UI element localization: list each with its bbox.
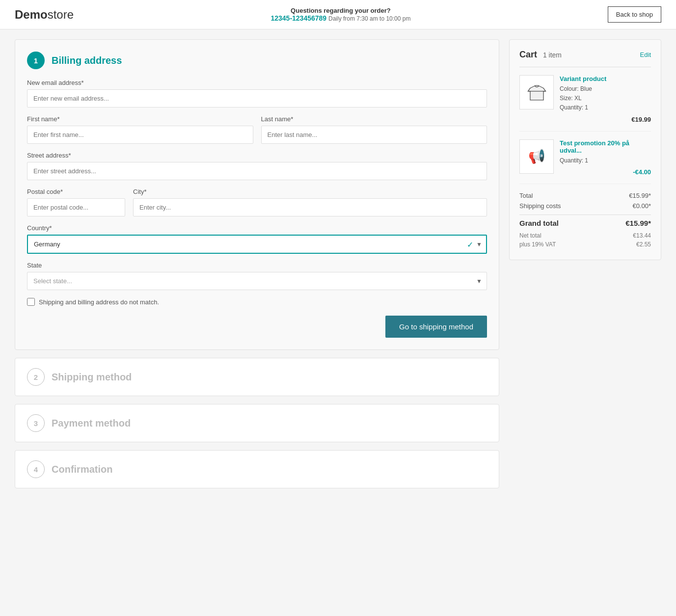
grand-total-label: Grand total [519,219,559,227]
street-group: Street address* [27,152,487,180]
cart-item-quantity: Quantity: 1 [560,103,651,112]
cart-title-group: Cart 1 item [519,50,562,60]
net-total-row: Net total €13.44 [519,232,651,239]
city-label: City* [133,188,487,195]
payment-section-title: Payment method [52,418,131,429]
country-group: Country* Germany Austria Switzerland ✓ ▼ [27,224,487,254]
postal-label: Postal code* [27,188,125,195]
email-input[interactable] [27,89,487,107]
cart-item-size: Size: XL [560,94,651,103]
product-image [519,75,554,109]
state-select-wrapper: Select state... ▼ [27,272,487,290]
total-value: €15.99* [629,192,651,199]
logo-light: store [48,8,74,21]
cart-promo-item: 📢 Test promotion 20% på udval... Quantit… [519,139,651,184]
left-column: 1 Billing address New email address* Fir… [15,39,499,488]
cart-edit-link[interactable]: Edit [640,51,651,58]
contact-title: Questions regarding your order? [270,7,410,14]
contact-hours: Daily from 7:30 am to 10:00 pm [328,15,410,22]
shipping-label: Shipping costs [519,202,561,210]
city-group: City* [133,188,487,216]
shipping-method-section: 2 Shipping method [15,358,499,396]
billing-shipping-checkbox-row: Shipping and billing address do not matc… [27,298,487,306]
step-1-badge: 1 [27,52,45,69]
confirmation-section: 4 Confirmation [15,450,499,488]
cart-promo-name[interactable]: Test promotion 20% på udval... [560,139,651,154]
submit-row: Go to shipping method [27,316,487,338]
cart-item-count: 1 item [543,51,562,59]
payment-method-section: 3 Payment method [15,404,499,442]
confirmation-section-title: Confirmation [52,464,112,475]
contact-phone[interactable]: 12345-123456789 [270,14,326,22]
first-name-label: First name* [27,115,253,123]
country-select-wrapper: Germany Austria Switzerland ✓ ▼ [27,235,487,254]
billing-shipping-checkbox[interactable] [27,298,35,306]
first-name-group: First name* [27,115,253,144]
state-label: State [27,262,487,269]
step-4-badge: 4 [27,460,45,478]
postal-group: Postal code* [27,188,125,216]
cart-title: Cart [519,50,537,59]
state-select[interactable]: Select state... [27,272,487,290]
cart-promo-quantity: Quantity: 1 [560,156,651,165]
grand-total-row: Grand total €15.99* [519,214,651,227]
state-group: State Select state... ▼ [27,262,487,290]
cart-promo-details: Test promotion 20% på udval... Quantity:… [560,139,651,176]
vat-label: plus 19% VAT [519,241,556,248]
billing-shipping-label: Shipping and billing address do not matc… [39,298,159,306]
country-check-icon: ✓ [467,240,473,249]
shipping-row: Shipping costs €0.00* [519,202,651,210]
back-to-shop-button[interactable]: Back to shop [608,6,661,23]
cart-promo-price: -€4.00 [560,168,651,176]
vat-value: €2.55 [636,241,651,248]
cart-totals: Total €15.99* Shipping costs €0.00* Gran… [519,192,651,248]
cart-column: Cart 1 item Edit Variant product Col [509,39,661,488]
step-3-badge: 3 [27,414,45,432]
street-label: Street address* [27,152,487,159]
promo-icon: 📢 [528,148,545,164]
shipping-section-title: Shipping method [52,372,132,383]
total-label: Total [519,192,533,199]
cart-card: Cart 1 item Edit Variant product Col [509,39,661,260]
billing-section-header: 1 Billing address [27,52,487,69]
cart-item-price: €19.99 [560,116,651,123]
total-row: Total €15.99* [519,192,651,199]
site-logo: Demostore [15,8,74,22]
postal-city-row: Postal code* City* [27,188,487,224]
name-row: First name* Last name* [27,115,487,152]
cart-divider [519,67,651,67]
last-name-label: Last name* [261,115,487,123]
street-input[interactable] [27,162,487,180]
go-to-shipping-button[interactable]: Go to shipping method [385,316,487,338]
email-label: New email address* [27,79,487,86]
net-total-value: €13.44 [633,232,651,239]
country-select[interactable]: Germany Austria Switzerland [27,235,487,254]
step-2-badge: 2 [27,368,45,386]
city-input[interactable] [133,198,487,216]
grand-total-value: €15.99* [625,219,651,227]
postal-input[interactable] [27,198,125,216]
cart-item-details: Variant product Colour: Blue Size: XL Qu… [560,75,651,123]
vat-row: plus 19% VAT €2.55 [519,241,651,248]
billing-section-title: Billing address [52,55,122,66]
first-name-input[interactable] [27,126,253,144]
promo-image: 📢 [519,139,554,174]
last-name-input[interactable] [261,126,487,144]
cart-item-colour: Colour: Blue [560,84,651,94]
email-group: New email address* [27,79,487,107]
cart-item: Variant product Colour: Blue Size: XL Qu… [519,75,651,132]
product-icon [526,81,548,104]
net-total-label: Net total [519,232,541,239]
cart-item-name[interactable]: Variant product [560,75,651,82]
country-label: Country* [27,224,487,232]
cart-header: Cart 1 item Edit [519,50,651,60]
billing-address-section: 1 Billing address New email address* Fir… [15,39,499,350]
shipping-value: €0.00* [632,202,651,210]
contact-info: Questions regarding your order? 12345-12… [270,7,410,22]
logo-bold: Demo [15,8,48,21]
last-name-group: Last name* [261,115,487,144]
